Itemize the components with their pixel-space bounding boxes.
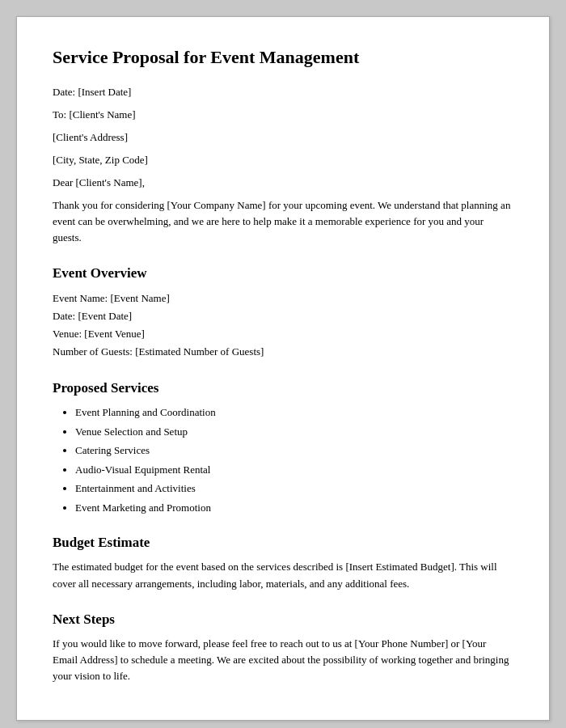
event-venue-field: Venue: [Event Venue] — [53, 325, 513, 343]
proposed-services-heading: Proposed Services — [53, 380, 513, 396]
next-steps-heading: Next Steps — [53, 612, 513, 628]
intro-paragraph: Thank you for considering [Your Company … — [53, 197, 513, 246]
city-field: [City, State, Zip Code] — [53, 154, 513, 167]
document-title: Service Proposal for Event Management — [53, 46, 513, 70]
event-name-field: Event Name: [Event Name] — [53, 290, 513, 307]
budget-estimate-heading: Budget Estimate — [53, 535, 513, 551]
list-item: Event Marketing and Promotion — [75, 500, 513, 516]
list-item: Audio-Visual Equipment Rental — [75, 462, 513, 478]
list-item: Event Planning and Coordination — [75, 404, 513, 421]
dear-field: Dear [Client's Name], — [53, 176, 513, 189]
list-item: Entertainment and Activities — [75, 480, 513, 497]
list-item: Venue Selection and Setup — [75, 424, 513, 440]
to-field: To: [Client's Name] — [53, 108, 513, 121]
services-list: Event Planning and Coordination Venue Se… — [53, 404, 513, 515]
list-item: Catering Services — [75, 442, 513, 459]
budget-paragraph: The estimated budget for the event based… — [53, 559, 513, 591]
event-guests-field: Number of Guests: [Estimated Number of G… — [53, 343, 513, 361]
next-steps-paragraph: If you would like to move forward, pleas… — [53, 636, 513, 684]
date-field: Date: [Insert Date] — [53, 86, 513, 99]
document-container: Service Proposal for Event Management Da… — [16, 16, 550, 721]
event-date-field: Date: [Event Date] — [53, 307, 513, 325]
event-details-block: Event Name: [Event Name] Date: [Event Da… — [53, 290, 513, 361]
address-field: [Client's Address] — [53, 131, 513, 144]
event-overview-heading: Event Overview — [53, 265, 513, 281]
